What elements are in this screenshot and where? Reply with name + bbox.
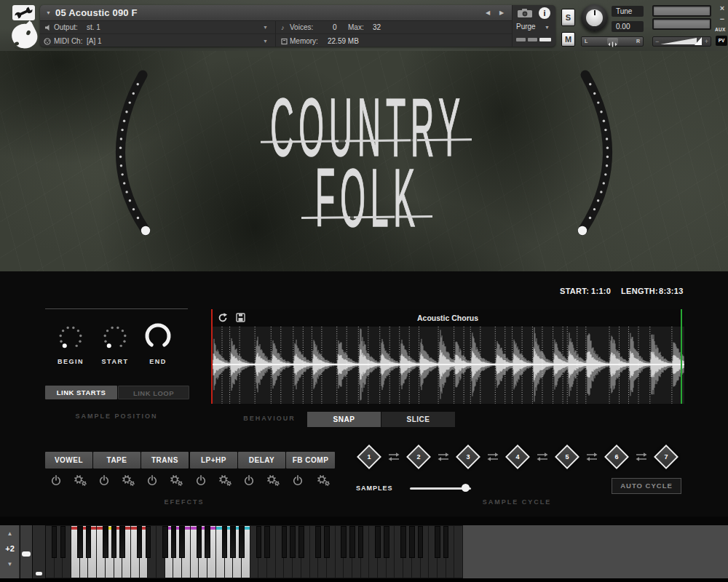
sample-slot-1[interactable]: 1 [357,445,381,469]
piano-key-black[interactable] [179,526,185,558]
pv-button[interactable]: pv [716,36,727,46]
piano-key-black[interactable] [146,526,151,558]
keyboard-scroll-strip[interactable] [20,525,32,578]
snap-button[interactable]: SNAP [307,412,381,427]
piano-key-black[interactable] [256,526,262,558]
pan-slider[interactable]: L R [581,36,644,47]
swap-arrows-icon-3[interactable] [487,452,499,462]
sample-slot-6[interactable]: 6 [604,445,629,469]
volume-minus[interactable]: − [655,37,659,46]
pan-handle[interactable] [607,38,618,45]
purge-dropdown-arrow[interactable]: ▼ [545,23,550,33]
keyboard-zoom-handle[interactable] [36,572,42,575]
piano-key-black[interactable] [418,526,424,558]
sample-slot-2[interactable]: 2 [406,445,431,469]
effect-button-trans[interactable]: TRANS [141,452,189,469]
piano-key-black[interactable] [375,526,381,558]
piano-key-black[interactable] [103,526,108,558]
info-icon[interactable]: i [539,7,550,19]
waveform-start-marker[interactable] [211,309,213,404]
keyboard-zoom-strip[interactable] [33,525,45,578]
piano-key-black[interactable] [119,526,125,558]
snapshot-camera-icon[interactable] [517,8,533,18]
swap-arrows-icon-1[interactable] [388,452,400,462]
effect-button-vowel[interactable]: VOWEL [45,452,92,469]
slice-button[interactable]: SLICE [381,412,455,427]
volume-plus[interactable]: + [705,37,708,46]
delay-gear-icon[interactable] [266,474,280,487]
effect-button-lphp[interactable]: LP+HP [190,452,237,469]
end-knob[interactable] [141,319,175,354]
piano-key-black[interactable] [443,526,449,558]
auto-cycle-button[interactable]: AUTO CYCLE [612,478,681,494]
tape-gear-icon[interactable] [121,474,135,487]
right-arc-thumb[interactable] [578,226,587,235]
piano-key-black[interactable] [341,526,347,558]
piano-key-black[interactable] [264,526,270,558]
start-knob[interactable] [99,322,131,354]
sample-slot-7[interactable]: 7 [654,445,678,469]
left-arc-slider[interactable] [120,75,146,231]
piano-key-black[interactable] [349,526,355,558]
piano-key-black[interactable] [77,526,83,558]
tape-power-icon[interactable] [98,474,112,487]
piano-key-black[interactable] [384,526,389,558]
solo-button[interactable]: S [561,9,575,26]
lphp-power-icon[interactable] [194,474,209,487]
piano-key-black[interactable] [282,526,288,558]
tune-value[interactable]: 0.00 [612,21,644,32]
save-icon[interactable] [236,313,245,322]
swap-arrows-icon-6[interactable] [636,452,647,462]
swap-arrows-icon-5[interactable] [586,452,598,462]
next-instrument-arrow[interactable]: ▶ [499,5,504,21]
tune-knob[interactable] [581,4,608,31]
fbcomp-power-icon[interactable] [291,474,306,487]
trans-gear-icon[interactable] [169,474,183,487]
edit-wrench-icon[interactable] [12,5,35,20]
minimize-icon[interactable]: − [717,15,727,23]
piano-key-black[interactable] [222,526,228,558]
effect-button-fbcomp[interactable]: FB COMP [286,452,335,469]
instrument-collapse-caret[interactable]: ▼ [46,5,51,21]
piano-key-black[interactable] [137,526,143,558]
piano-key-black[interactable] [435,526,440,558]
reload-icon[interactable] [218,313,228,323]
output-value[interactable]: st. 1 [87,21,100,34]
output-dropdown-arrow[interactable]: ▼ [263,21,268,34]
midi-value[interactable]: [A] 1 [87,35,102,47]
link-loop-button[interactable]: LINK LOOP [118,386,189,399]
trans-power-icon[interactable] [146,474,160,487]
swap-arrows-icon-2[interactable] [438,452,449,462]
sample-slot-4[interactable]: 4 [505,445,530,469]
swap-arrows-icon-4[interactable] [537,452,548,462]
piano-key-black[interactable] [162,526,168,558]
waveform-body[interactable] [211,327,684,404]
aux-button[interactable]: aux [715,27,726,32]
prev-instrument-arrow[interactable]: ◀ [486,5,490,21]
volume-slider[interactable]: − + [652,36,711,47]
vowel-gear-icon[interactable] [73,474,87,487]
piano-key-black[interactable] [230,526,236,558]
purge-button[interactable]: Purge [516,23,536,31]
effect-button-delay[interactable]: DELAY [238,452,285,469]
piano-key-black[interactable] [52,526,58,558]
piano-key-black[interactable] [239,526,245,558]
piano-key-black[interactable] [298,526,304,558]
piano-key-black[interactable] [324,526,330,558]
piano-key-black[interactable] [358,526,364,558]
left-arc-thumb[interactable] [141,226,150,235]
piano-key-black[interactable] [197,526,202,558]
piano-key-white[interactable] [454,526,462,578]
piano-key-black[interactable] [290,526,296,558]
piano-key-black[interactable] [315,526,321,558]
delay-power-icon[interactable] [242,474,257,487]
piano-key-black[interactable] [400,526,406,558]
piano-key-black[interactable] [171,526,177,558]
keyboard-scroll-handle[interactable] [22,551,31,557]
piano-key-black[interactable] [409,526,415,558]
piano-key-black[interactable] [205,526,210,558]
link-starts-button[interactable]: LINK STARTS [45,386,117,399]
close-icon[interactable]: × [717,4,727,12]
right-arc-slider[interactable] [582,75,608,231]
fbcomp-gear-icon[interactable] [316,474,331,487]
